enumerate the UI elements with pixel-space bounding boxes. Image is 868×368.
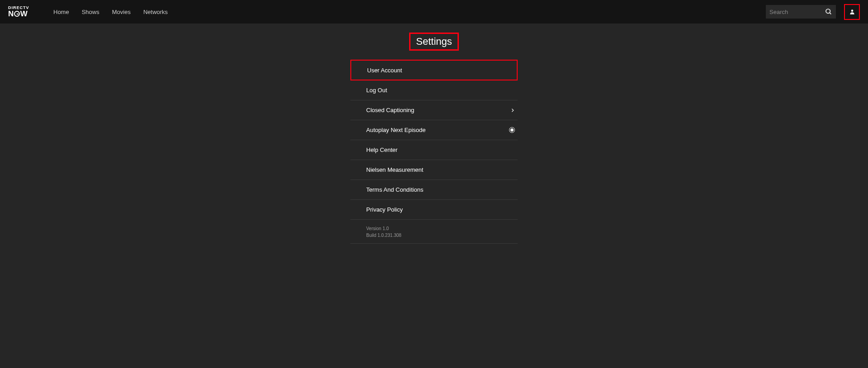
- svg-line-1: [830, 13, 831, 14]
- settings-item-label: Nielsen Measurement: [366, 166, 423, 173]
- settings-item-label: Privacy Policy: [366, 206, 403, 213]
- svg-point-2: [851, 9, 853, 12]
- settings-item-label: Help Center: [366, 146, 397, 153]
- settings-list: User Account Log Out Closed Captioning A…: [350, 60, 518, 244]
- version-label: Version 1.0: [366, 225, 518, 232]
- settings-item-help-center[interactable]: Help Center: [350, 140, 518, 160]
- settings-item-label: Autoplay Next Episode: [366, 127, 426, 133]
- page-title: Settings: [416, 36, 452, 47]
- nav-shows[interactable]: Shows: [82, 9, 99, 15]
- settings-item-nielsen-measurement[interactable]: Nielsen Measurement: [350, 160, 518, 180]
- header: DIRECTV N W Home Shows Movies Networks: [0, 0, 868, 24]
- header-right: [766, 4, 860, 20]
- settings-item-closed-captioning[interactable]: Closed Captioning: [350, 100, 518, 120]
- settings-item-label: Closed Captioning: [366, 107, 414, 113]
- svg-point-0: [826, 9, 830, 13]
- search-input[interactable]: [769, 9, 825, 15]
- settings-item-terms-and-conditions[interactable]: Terms And Conditions: [350, 180, 518, 200]
- search-box[interactable]: [766, 5, 836, 19]
- logo[interactable]: DIRECTV N W: [8, 6, 44, 18]
- person-icon: [849, 9, 855, 15]
- clock-icon: [14, 11, 20, 17]
- nav-home[interactable]: Home: [53, 9, 69, 15]
- settings-item-label: Terms And Conditions: [366, 186, 423, 193]
- settings-item-label: User Account: [367, 67, 402, 74]
- settings-item-user-account[interactable]: User Account: [350, 60, 518, 80]
- nav: Home Shows Movies Networks: [53, 9, 168, 15]
- version-info: Version 1.0 Build 1.0.231.308: [350, 220, 518, 244]
- settings-item-privacy-policy[interactable]: Privacy Policy: [350, 200, 518, 220]
- search-icon[interactable]: [825, 8, 832, 15]
- chevron-right-icon: [510, 108, 515, 113]
- settings-item-log-out[interactable]: Log Out: [350, 80, 518, 100]
- nav-movies[interactable]: Movies: [112, 9, 131, 15]
- nav-networks[interactable]: Networks: [143, 9, 168, 15]
- build-label: Build 1.0.231.308: [366, 232, 518, 239]
- logo-line2: N W: [8, 10, 44, 18]
- page-title-box: Settings: [409, 33, 459, 51]
- radio-on-icon[interactable]: [509, 127, 515, 133]
- settings-item-autoplay-next-episode[interactable]: Autoplay Next Episode: [350, 120, 518, 140]
- main: Settings User Account Log Out Closed Cap…: [0, 24, 868, 244]
- settings-item-label: Log Out: [366, 87, 387, 94]
- profile-button[interactable]: [844, 4, 860, 20]
